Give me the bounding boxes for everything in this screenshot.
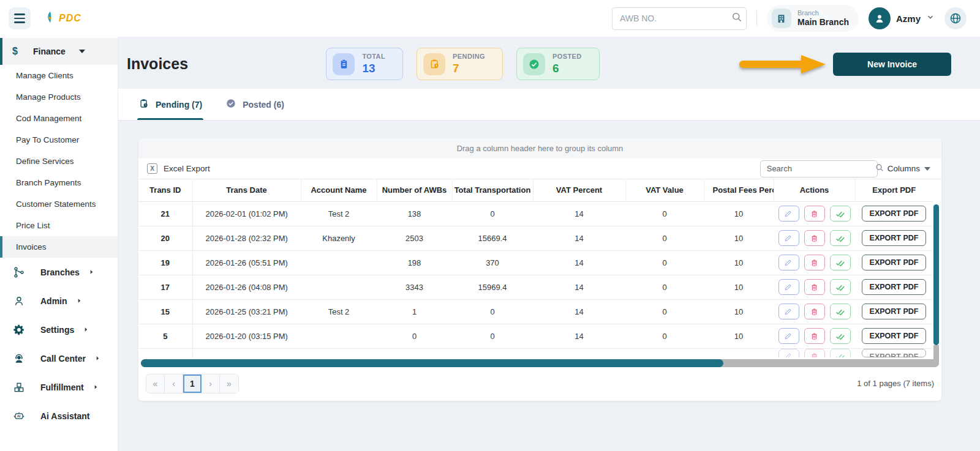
horizontal-scrollbar[interactable] (141, 359, 939, 367)
section-label: Fulfillment (40, 382, 84, 392)
sidebar-item-pay-to-customer[interactable]: Pay To Customer (0, 129, 118, 151)
column-header[interactable]: Trans Date (192, 179, 301, 201)
tab-pending[interactable]: Pending (7) (138, 98, 202, 120)
topbar-right: Branch Main Branch Azmy (612, 5, 967, 32)
export-pdf-button[interactable]: EXPORT PDF (862, 230, 927, 246)
user-menu[interactable]: Azmy (869, 7, 935, 29)
tab-label: Posted (6) (243, 100, 284, 110)
column-header[interactable]: VAT Percent (533, 179, 625, 201)
export-pdf-button[interactable]: EXPORT PDF (862, 255, 927, 270)
svg-text:AI: AI (17, 414, 21, 418)
post-button[interactable] (830, 349, 851, 357)
delete-button[interactable] (804, 206, 825, 222)
column-header[interactable]: VAT Value (625, 179, 704, 201)
column-header[interactable]: Postal Fees Percent (704, 179, 774, 201)
search-icon[interactable] (875, 163, 884, 175)
edit-button[interactable] (778, 304, 799, 319)
sidebar-item-call-center[interactable]: Call Center (0, 344, 118, 373)
page-header: Invoices TOTAL 13 PENDING (118, 37, 980, 89)
tab-posted[interactable]: Posted (6) (225, 98, 284, 120)
sidebar-item-invoices[interactable]: Invoices (0, 236, 118, 258)
post-button[interactable] (830, 230, 851, 246)
sidebar-item-fulfillment[interactable]: Fulfillment (0, 373, 118, 401)
globe-icon[interactable] (944, 7, 967, 29)
export-pdf-button[interactable]: EXPORT PDF (862, 349, 927, 357)
column-header[interactable]: Number of AWBs (377, 179, 452, 201)
table-wrap: Trans IDTrans DateAccount NameNumber of … (138, 179, 933, 357)
invoices-table: Trans IDTrans DateAccount NameNumber of … (138, 179, 933, 357)
awb-search-input[interactable] (620, 13, 731, 23)
sidebar-item-manage-clients[interactable]: Manage Clients (0, 65, 118, 86)
edit-button[interactable] (778, 206, 799, 222)
new-invoice-button[interactable]: New Invoice (833, 53, 951, 76)
stat-card-posted: POSTED 6 (516, 48, 600, 80)
edit-button[interactable] (778, 255, 799, 270)
sidebar-item-price-list[interactable]: Price List (0, 215, 118, 236)
sidebar-item-branch-payments[interactable]: Branch Payments (0, 172, 118, 193)
tab-label: Pending (7) (156, 100, 202, 110)
prev-page-button[interactable]: ‹ (165, 375, 183, 393)
group-by-band[interactable]: Drag a column header here to group its c… (138, 138, 941, 158)
sidebar-item-settings[interactable]: Settings (0, 315, 118, 344)
sidebar-item-ai-assistant[interactable]: AI Ai Assistant (0, 401, 118, 430)
edit-button[interactable] (778, 230, 799, 246)
search-icon[interactable] (731, 11, 743, 26)
chevron-right-icon (76, 297, 83, 304)
sidebar-item-branches[interactable]: Branches (0, 258, 118, 286)
post-button[interactable] (830, 255, 851, 270)
branches-icon (12, 266, 26, 278)
sidebar-item-admin[interactable]: Admin (0, 286, 118, 315)
page-number-button[interactable]: 1 (183, 375, 202, 393)
delete-button[interactable] (804, 255, 825, 270)
menu-icon[interactable] (9, 7, 31, 29)
section-label: Settings (40, 325, 74, 335)
section-label: Branches (40, 267, 80, 277)
export-pdf-button[interactable]: EXPORT PDF (862, 279, 927, 295)
column-header[interactable]: Total Transportation (452, 179, 533, 201)
table-search-input[interactable] (767, 164, 875, 173)
sidebar-item-define-services[interactable]: Define Services (0, 151, 118, 172)
column-header[interactable]: Trans ID (138, 179, 192, 201)
export-pdf-button[interactable]: EXPORT PDF (862, 206, 927, 222)
delete-button[interactable] (804, 304, 825, 319)
branch-selector[interactable]: Branch Main Branch (767, 5, 859, 32)
edit-button[interactable] (778, 279, 799, 295)
post-button[interactable] (830, 328, 851, 344)
excel-export-button[interactable]: X Excel Export (147, 163, 210, 174)
edit-button[interactable] (778, 328, 799, 344)
post-button[interactable] (830, 206, 851, 222)
delete-button[interactable] (804, 279, 825, 295)
first-page-button[interactable]: « (146, 375, 165, 393)
edit-button[interactable] (778, 349, 799, 357)
sidebar-item-finance[interactable]: $ Finance (0, 38, 118, 65)
chevron-right-icon (83, 326, 89, 333)
next-page-button[interactable]: › (202, 375, 220, 393)
chevron-right-icon (94, 355, 101, 362)
column-header[interactable]: Export PDF (855, 179, 933, 201)
sidebar-item-cod-management[interactable]: Cod Management (0, 108, 118, 129)
post-button[interactable] (830, 279, 851, 295)
caret-down-icon (79, 50, 85, 53)
delete-button[interactable] (804, 230, 825, 246)
export-pdf-button[interactable]: EXPORT PDF (862, 304, 927, 319)
column-header[interactable]: Account Name (301, 179, 377, 201)
tab-strip: Pending (7) Posted (6) (118, 89, 980, 121)
sidebar-item-manage-products[interactable]: Manage Products (0, 86, 118, 108)
excel-export-label: Excel Export (164, 164, 210, 173)
column-header[interactable]: Actions (774, 179, 855, 201)
vertical-scrollbar[interactable] (933, 204, 939, 368)
last-page-button[interactable]: » (220, 375, 238, 393)
sidebar-item-customer-statements[interactable]: Customer Statements (0, 193, 118, 215)
horizontal-scrollbar-thumb[interactable] (141, 359, 723, 367)
post-button[interactable] (830, 304, 851, 319)
stat-label: PENDING (453, 53, 485, 61)
stat-card-pending: PENDING 7 (417, 48, 503, 80)
columns-chooser-button[interactable]: Columns (888, 164, 930, 173)
vertical-scrollbar-thumb[interactable] (933, 204, 939, 345)
delete-button[interactable] (804, 328, 825, 344)
export-pdf-button[interactable]: EXPORT PDF (862, 328, 927, 344)
invoices-table-card: Drag a column header here to group its c… (138, 138, 941, 401)
table-row: EXPORT PDF (138, 348, 933, 357)
section-label: Admin (40, 296, 67, 306)
delete-button[interactable] (804, 349, 825, 357)
